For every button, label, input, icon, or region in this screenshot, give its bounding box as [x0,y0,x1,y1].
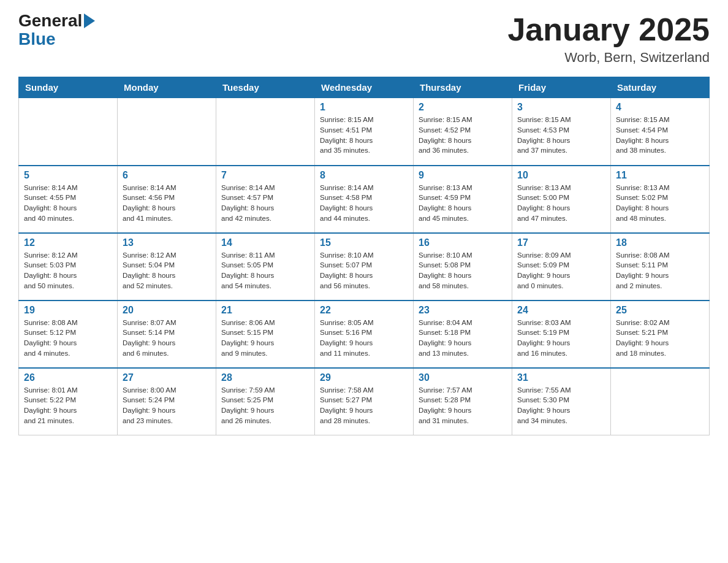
title-section: January 2025 Worb, Bern, Switzerland [507,12,710,66]
calendar-table: SundayMondayTuesdayWednesdayThursdayFrid… [18,77,710,435]
day-info: Sunrise: 8:12 AM Sunset: 5:04 PM Dayligh… [123,250,211,291]
day-number: 12 [24,237,112,248]
day-number: 28 [221,372,309,383]
calendar-cell: 12Sunrise: 8:12 AM Sunset: 5:03 PM Dayli… [19,233,118,301]
day-info: Sunrise: 8:15 AM Sunset: 4:54 PM Dayligh… [616,115,704,156]
calendar-title: January 2025 [507,12,710,47]
calendar-cell: 10Sunrise: 8:13 AM Sunset: 5:00 PM Dayli… [512,166,611,233]
day-info: Sunrise: 8:03 AM Sunset: 5:19 PM Dayligh… [517,318,605,359]
day-number: 11 [616,170,704,181]
header-monday: Monday [118,77,216,98]
day-number: 5 [24,170,112,181]
calendar-cell: 5Sunrise: 8:14 AM Sunset: 4:55 PM Daylig… [19,166,118,233]
calendar-cell [19,98,118,166]
day-number: 29 [320,372,408,383]
header-thursday: Thursday [414,77,512,98]
day-info: Sunrise: 8:14 AM Sunset: 4:57 PM Dayligh… [221,183,309,224]
calendar-cell: 19Sunrise: 8:08 AM Sunset: 5:12 PM Dayli… [19,301,118,368]
day-number: 20 [123,305,211,316]
day-number: 13 [123,237,211,248]
calendar-cell: 22Sunrise: 8:05 AM Sunset: 5:16 PM Dayli… [315,301,414,368]
calendar-cell: 6Sunrise: 8:14 AM Sunset: 4:56 PM Daylig… [118,166,216,233]
day-number: 14 [221,237,309,248]
day-number: 3 [517,102,605,113]
header-wednesday: Wednesday [315,77,414,98]
calendar-cell: 31Sunrise: 7:55 AM Sunset: 5:30 PM Dayli… [512,368,611,435]
day-number: 2 [419,102,507,113]
calendar-header-row: SundayMondayTuesdayWednesdayThursdayFrid… [19,77,710,98]
day-info: Sunrise: 8:00 AM Sunset: 5:24 PM Dayligh… [123,385,211,426]
day-info: Sunrise: 8:14 AM Sunset: 4:55 PM Dayligh… [24,183,112,224]
calendar-cell [216,98,315,166]
day-info: Sunrise: 7:55 AM Sunset: 5:30 PM Dayligh… [517,385,605,426]
day-number: 30 [419,372,507,383]
day-info: Sunrise: 8:02 AM Sunset: 5:21 PM Dayligh… [616,318,704,359]
day-info: Sunrise: 8:14 AM Sunset: 4:58 PM Dayligh… [320,183,408,224]
calendar-cell: 14Sunrise: 8:11 AM Sunset: 5:05 PM Dayli… [216,233,315,301]
day-info: Sunrise: 8:08 AM Sunset: 5:11 PM Dayligh… [616,250,704,291]
day-info: Sunrise: 8:04 AM Sunset: 5:18 PM Dayligh… [419,318,507,359]
day-number: 1 [320,102,408,113]
calendar-cell: 16Sunrise: 8:10 AM Sunset: 5:08 PM Dayli… [414,233,512,301]
calendar-cell: 24Sunrise: 8:03 AM Sunset: 5:19 PM Dayli… [512,301,611,368]
day-number: 27 [123,372,211,383]
day-info: Sunrise: 8:13 AM Sunset: 4:59 PM Dayligh… [419,183,507,224]
day-info: Sunrise: 7:57 AM Sunset: 5:28 PM Dayligh… [419,385,507,426]
calendar-cell: 1Sunrise: 8:15 AM Sunset: 4:51 PM Daylig… [315,98,414,166]
calendar-cell: 30Sunrise: 7:57 AM Sunset: 5:28 PM Dayli… [414,368,512,435]
calendar-cell: 18Sunrise: 8:08 AM Sunset: 5:11 PM Dayli… [611,233,710,301]
logo-blue-text: Blue [18,29,56,49]
page-header: General Blue January 2025 Worb, Bern, Sw… [18,12,710,66]
calendar-cell: 28Sunrise: 7:59 AM Sunset: 5:25 PM Dayli… [216,368,315,435]
day-number: 21 [221,305,309,316]
calendar-week-row: 1Sunrise: 8:15 AM Sunset: 4:51 PM Daylig… [19,98,710,166]
calendar-cell: 11Sunrise: 8:13 AM Sunset: 5:02 PM Dayli… [611,166,710,233]
day-info: Sunrise: 7:59 AM Sunset: 5:25 PM Dayligh… [221,385,309,426]
calendar-week-row: 5Sunrise: 8:14 AM Sunset: 4:55 PM Daylig… [19,166,710,233]
day-number: 9 [419,170,507,181]
calendar-week-row: 12Sunrise: 8:12 AM Sunset: 5:03 PM Dayli… [19,233,710,301]
day-number: 23 [419,305,507,316]
calendar-week-row: 26Sunrise: 8:01 AM Sunset: 5:22 PM Dayli… [19,368,710,435]
calendar-cell [118,98,216,166]
day-info: Sunrise: 8:15 AM Sunset: 4:53 PM Dayligh… [517,115,605,156]
day-number: 24 [517,305,605,316]
calendar-cell: 13Sunrise: 8:12 AM Sunset: 5:04 PM Dayli… [118,233,216,301]
calendar-cell: 26Sunrise: 8:01 AM Sunset: 5:22 PM Dayli… [19,368,118,435]
day-number: 8 [320,170,408,181]
calendar-cell: 27Sunrise: 8:00 AM Sunset: 5:24 PM Dayli… [118,368,216,435]
day-number: 31 [517,372,605,383]
day-info: Sunrise: 8:08 AM Sunset: 5:12 PM Dayligh… [24,318,112,359]
calendar-cell: 29Sunrise: 7:58 AM Sunset: 5:27 PM Dayli… [315,368,414,435]
day-info: Sunrise: 8:07 AM Sunset: 5:14 PM Dayligh… [123,318,211,359]
calendar-cell [611,368,710,435]
calendar-cell: 21Sunrise: 8:06 AM Sunset: 5:15 PM Dayli… [216,301,315,368]
day-info: Sunrise: 8:10 AM Sunset: 5:08 PM Dayligh… [419,250,507,291]
calendar-cell: 17Sunrise: 8:09 AM Sunset: 5:09 PM Dayli… [512,233,611,301]
day-info: Sunrise: 7:58 AM Sunset: 5:27 PM Dayligh… [320,385,408,426]
day-number: 22 [320,305,408,316]
calendar-cell: 23Sunrise: 8:04 AM Sunset: 5:18 PM Dayli… [414,301,512,368]
calendar-week-row: 19Sunrise: 8:08 AM Sunset: 5:12 PM Dayli… [19,301,710,368]
header-friday: Friday [512,77,611,98]
day-info: Sunrise: 8:13 AM Sunset: 5:00 PM Dayligh… [517,183,605,224]
day-number: 4 [616,102,704,113]
logo-general-text: General [18,12,82,29]
day-info: Sunrise: 8:15 AM Sunset: 4:51 PM Dayligh… [320,115,408,156]
day-info: Sunrise: 8:15 AM Sunset: 4:52 PM Dayligh… [419,115,507,156]
calendar-cell: 7Sunrise: 8:14 AM Sunset: 4:57 PM Daylig… [216,166,315,233]
calendar-cell: 9Sunrise: 8:13 AM Sunset: 4:59 PM Daylig… [414,166,512,233]
calendar-subtitle: Worb, Bern, Switzerland [507,50,710,66]
header-saturday: Saturday [611,77,710,98]
day-number: 25 [616,305,704,316]
day-info: Sunrise: 8:01 AM Sunset: 5:22 PM Dayligh… [24,385,112,426]
day-number: 10 [517,170,605,181]
logo: General Blue [18,12,95,49]
logo-arrow-icon [84,13,95,28]
calendar-cell: 4Sunrise: 8:15 AM Sunset: 4:54 PM Daylig… [611,98,710,166]
day-info: Sunrise: 8:09 AM Sunset: 5:09 PM Dayligh… [517,250,605,291]
calendar-cell: 20Sunrise: 8:07 AM Sunset: 5:14 PM Dayli… [118,301,216,368]
day-info: Sunrise: 8:10 AM Sunset: 5:07 PM Dayligh… [320,250,408,291]
calendar-cell: 15Sunrise: 8:10 AM Sunset: 5:07 PM Dayli… [315,233,414,301]
calendar-cell: 2Sunrise: 8:15 AM Sunset: 4:52 PM Daylig… [414,98,512,166]
